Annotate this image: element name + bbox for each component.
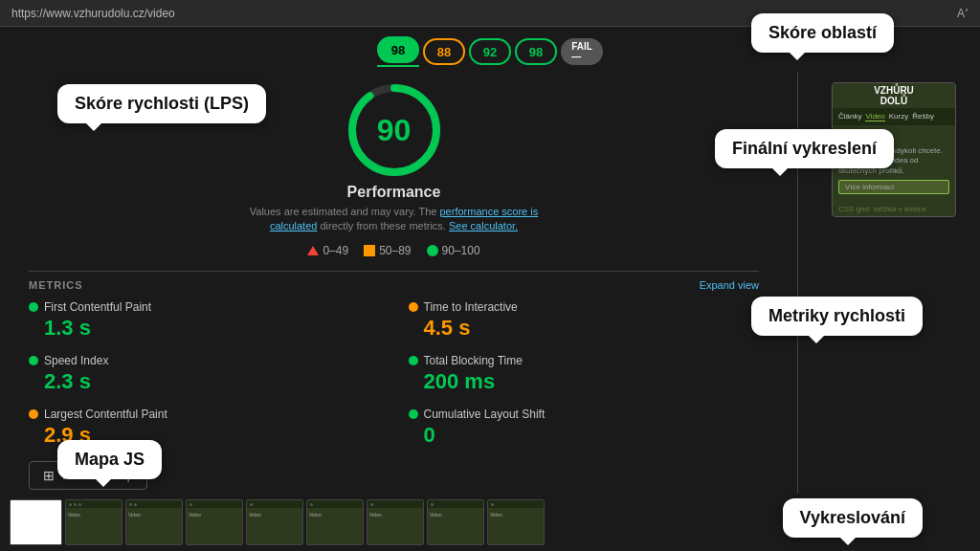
ff-text-8: Video bbox=[490, 512, 542, 518]
legend-dot-green bbox=[427, 245, 438, 256]
ff-body-5: Video bbox=[307, 508, 363, 544]
treemap-icon: ⊞ bbox=[43, 468, 55, 483]
score-number: 90 bbox=[377, 113, 412, 148]
ff-body-1: Video bbox=[66, 508, 122, 544]
metric-tbt-name-row: Total Blocking Time bbox=[409, 354, 760, 367]
metric-si: Speed Index 2.3 s bbox=[29, 354, 380, 394]
filmstrip-frame-4: Video bbox=[246, 499, 303, 545]
ff-text-3: Video bbox=[189, 512, 240, 518]
callout-oblasti: Skóre oblastí bbox=[751, 13, 894, 53]
metric-dot-cls bbox=[409, 409, 418, 419]
ff-body-4: Video bbox=[247, 508, 302, 544]
ff-dot-3 bbox=[78, 503, 81, 506]
filmstrip-frame-6: Video bbox=[367, 499, 424, 545]
nav-video[interactable]: Video bbox=[865, 112, 884, 121]
filmstrip-frame-7: Video bbox=[427, 499, 484, 545]
callout-metriky: Metriky rychlosti bbox=[751, 297, 923, 336]
ff-body-7: Video bbox=[428, 508, 483, 544]
callout-oblasti-text: Skóre oblastí bbox=[768, 23, 877, 42]
score-tab-2[interactable]: 92 bbox=[469, 38, 511, 65]
ff-dot-11 bbox=[491, 503, 494, 506]
metric-fcp-name-row: First Contentful Paint bbox=[29, 300, 380, 314]
callout-vykreslovani-text: Vykreslování bbox=[800, 508, 905, 527]
ff-text-1: Video bbox=[68, 512, 120, 518]
nav-clanky[interactable]: Články bbox=[838, 112, 861, 121]
legend-item-orange: 50–89 bbox=[364, 244, 411, 257]
legend-dot-red bbox=[307, 246, 319, 255]
score-tab-fail[interactable]: FAIL— bbox=[561, 38, 603, 65]
callout-vykreslovani: Vykreslování bbox=[783, 498, 923, 538]
filmstrip-frame-1: Video bbox=[65, 499, 122, 545]
filmstrip-frame-2: Video bbox=[125, 499, 183, 545]
filmstrip-frame-white bbox=[10, 499, 62, 545]
callout-metriky-text: Metriky rychlosti bbox=[768, 306, 905, 325]
metric-dot-lcp bbox=[29, 409, 38, 419]
ff-text-5: Video bbox=[309, 512, 361, 518]
legend-label-orange: 50–89 bbox=[379, 244, 411, 257]
legend-label-green: 90–100 bbox=[442, 244, 480, 257]
ff-top-1 bbox=[66, 500, 122, 508]
ff-dot-8 bbox=[310, 503, 313, 506]
ff-top-5 bbox=[307, 500, 363, 508]
ff-top-8 bbox=[488, 500, 544, 508]
ff-top-6 bbox=[368, 500, 423, 508]
translate-icon[interactable]: Aʼ bbox=[957, 7, 969, 20]
score-tab-0[interactable]: 98 bbox=[377, 36, 419, 63]
nav-kurzy[interactable]: Kurzy bbox=[889, 112, 908, 121]
score-tab-1[interactable]: 88 bbox=[423, 38, 465, 65]
callout-vykresleni-text: Finální vykreslení bbox=[732, 139, 877, 158]
ff-top-4 bbox=[247, 500, 302, 508]
legend-item-red: 0–49 bbox=[307, 244, 348, 257]
metric-dot-fcp bbox=[29, 302, 38, 312]
perf-title: Performance bbox=[347, 184, 441, 201]
metrics-header: METRICS Expand view bbox=[29, 279, 759, 291]
metric-lcp-name-row: Largest Contentful Paint bbox=[29, 408, 380, 421]
ff-text-7: Video bbox=[430, 512, 481, 518]
callout-lps: Skóre rychlosti (LPS) bbox=[57, 84, 266, 123]
tab-underline bbox=[377, 65, 419, 67]
metrics-label: METRICS bbox=[29, 279, 83, 291]
metric-tbt-value: 200 ms bbox=[424, 369, 760, 394]
site-footer: CSS grid: mřížka v kostce bbox=[833, 202, 955, 216]
ff-dot-9 bbox=[370, 503, 373, 506]
filmstrip-frame-3: Video bbox=[186, 499, 243, 545]
legend-item-green: 90–100 bbox=[427, 244, 480, 257]
ff-body-3: Video bbox=[187, 508, 242, 544]
expand-view[interactable]: Expand view bbox=[700, 279, 759, 291]
metric-fcp-value: 1.3 s bbox=[44, 316, 380, 341]
perf-calc-link[interactable]: See calculator. bbox=[449, 220, 518, 231]
ff-top-2 bbox=[126, 500, 182, 508]
ff-body-8: Video bbox=[488, 508, 544, 544]
nav-resby[interactable]: Řešby bbox=[912, 112, 934, 121]
metric-cls: Cumulative Layout Shift 0 bbox=[409, 408, 760, 448]
metric-dot-tbt bbox=[409, 356, 418, 365]
ff-dot-10 bbox=[431, 503, 434, 506]
callout-lps-text: Skóre rychlosti (LPS) bbox=[75, 94, 249, 113]
score-circle: 90 bbox=[346, 82, 442, 178]
ff-body-6: Video bbox=[368, 508, 423, 544]
ff-dot-7 bbox=[250, 503, 253, 506]
perf-note-text: Values are estimated and may vary. The bbox=[250, 206, 440, 217]
filmstrip-frame-5: Video bbox=[306, 499, 364, 545]
ff-dot-6 bbox=[189, 503, 192, 506]
ff-dot-4 bbox=[129, 503, 132, 506]
site-logo: VZHŮRUDOLŮ bbox=[833, 83, 955, 108]
callout-mapa: Mapa JS bbox=[57, 440, 162, 479]
perf-note: Values are estimated and may vary. The p… bbox=[232, 205, 557, 234]
metric-tti: Time to Interactive 4.5 s bbox=[409, 300, 760, 341]
ff-dot-2 bbox=[74, 503, 77, 506]
ff-text-6: Video bbox=[369, 512, 421, 518]
metric-lcp-label: Largest Contentful Paint bbox=[44, 408, 167, 421]
url-bar: https://www.vzhurudolu.cz/video bbox=[11, 7, 175, 20]
metric-fcp: First Contentful Paint 1.3 s bbox=[29, 300, 380, 341]
perf-note-mid: directly from these metrics. bbox=[320, 220, 448, 231]
ff-text-2: Video bbox=[128, 512, 180, 518]
legend-label-red: 0–49 bbox=[323, 244, 348, 257]
metric-tti-name-row: Time to Interactive bbox=[409, 300, 760, 314]
metrics-grid: First Contentful Paint 1.3 s Time to Int… bbox=[29, 300, 759, 448]
score-tab-3[interactable]: 98 bbox=[515, 38, 557, 65]
metric-fcp-label: First Contentful Paint bbox=[44, 300, 151, 314]
filmstrip-frame-8: Video bbox=[487, 499, 545, 545]
site-more-btn[interactable]: Více informací bbox=[838, 180, 949, 194]
legend: 0–49 50–89 90–100 bbox=[307, 244, 479, 257]
